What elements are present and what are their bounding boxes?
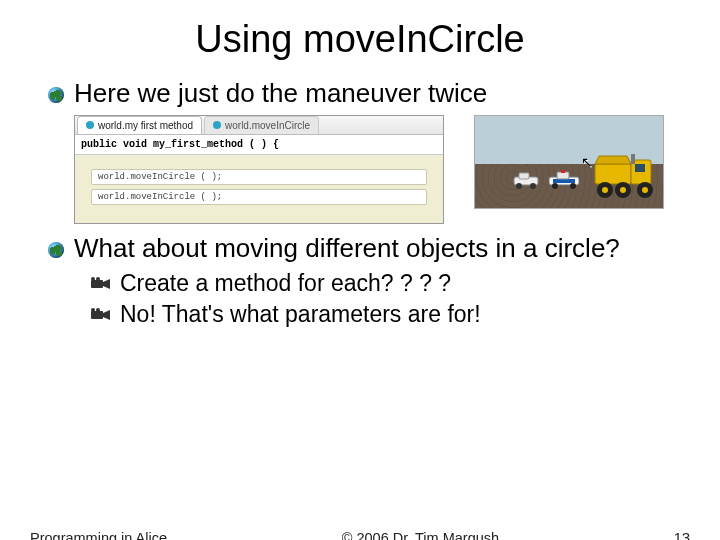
tab-label: world.moveInCircle (225, 120, 310, 131)
svg-rect-21 (91, 280, 103, 288)
globe-icon (48, 87, 64, 103)
slide-body: Here we just do the maneuver twice world… (48, 79, 682, 329)
code-line[interactable]: world.moveInCircle ( ); (91, 169, 427, 185)
tab-bar: world.my first method world.moveInCircle (75, 116, 443, 135)
dot-icon (86, 121, 94, 129)
bullet-level2: Create a method for each? ? ? ? (90, 270, 682, 298)
svg-rect-25 (91, 311, 103, 319)
illustration-row: world.my first method world.moveInCircle… (74, 115, 682, 224)
svg-rect-7 (561, 170, 565, 173)
footer-left: Programming in Alice (30, 530, 167, 540)
bullet-level2: No! That's what parameters are for! (90, 301, 682, 329)
bullet-text: Create a method for each? ? ? ? (120, 270, 451, 298)
svg-point-2 (516, 183, 522, 189)
bullet-text: What about moving different objects in a… (74, 234, 620, 264)
code-line[interactable]: world.moveInCircle ( ); (91, 189, 427, 205)
bullet-text: Here we just do the maneuver twice (74, 79, 487, 109)
camera-icon (90, 277, 112, 291)
svg-point-28 (96, 308, 100, 312)
svg-marker-26 (103, 310, 110, 320)
code-area: world.moveInCircle ( ); world.moveInCirc… (75, 155, 443, 223)
svg-rect-5 (553, 179, 575, 183)
bullet-level1: Here we just do the maneuver twice (48, 79, 682, 109)
footer-center: © 2006 Dr. Tim Margush (342, 530, 499, 540)
tab-label: world.my first method (98, 120, 193, 131)
svg-point-3 (530, 183, 536, 189)
svg-rect-10 (595, 164, 631, 184)
method-signature: public void my_first_method ( ) { (75, 135, 443, 155)
camera-icon (90, 308, 112, 322)
tab-active[interactable]: world.my first method (77, 116, 202, 134)
svg-rect-1 (519, 173, 529, 179)
code-editor: world.my first method world.moveInCircle… (74, 115, 444, 224)
footer: Programming in Alice © 2006 Dr. Tim Marg… (0, 530, 720, 540)
slide-title: Using moveInCircle (0, 18, 720, 61)
footer-right: 13 (674, 530, 690, 540)
bullet-level1: What about moving different objects in a… (48, 234, 682, 264)
vehicle-dump-truck (593, 146, 659, 200)
svg-point-9 (570, 183, 576, 189)
svg-point-23 (91, 277, 95, 281)
svg-marker-22 (103, 279, 110, 289)
svg-point-27 (91, 308, 95, 312)
svg-rect-13 (635, 164, 645, 172)
globe-icon (48, 242, 64, 258)
svg-rect-6 (557, 172, 569, 179)
svg-point-18 (620, 187, 626, 193)
svg-point-8 (552, 183, 558, 189)
svg-marker-11 (595, 156, 631, 164)
svg-point-20 (642, 187, 648, 193)
vehicle-small-car (511, 172, 541, 190)
vehicle-police-car (547, 170, 581, 190)
svg-rect-14 (631, 154, 635, 164)
tab-inactive[interactable]: world.moveInCircle (204, 116, 319, 134)
bullet-text: No! That's what parameters are for! (120, 301, 481, 329)
dot-icon (213, 121, 221, 129)
svg-point-24 (96, 277, 100, 281)
world-preview: ↖ (474, 115, 664, 209)
svg-point-16 (602, 187, 608, 193)
